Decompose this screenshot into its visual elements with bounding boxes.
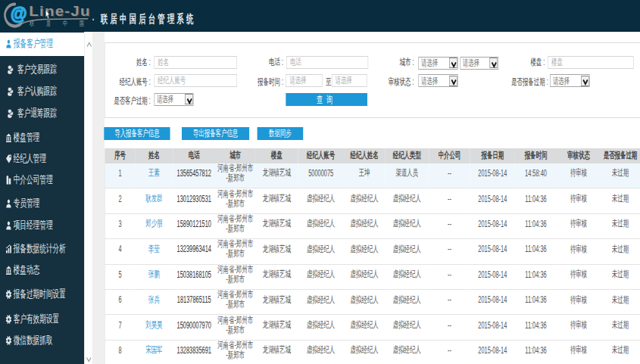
svg-text:@: @ bbox=[11, 5, 27, 24]
